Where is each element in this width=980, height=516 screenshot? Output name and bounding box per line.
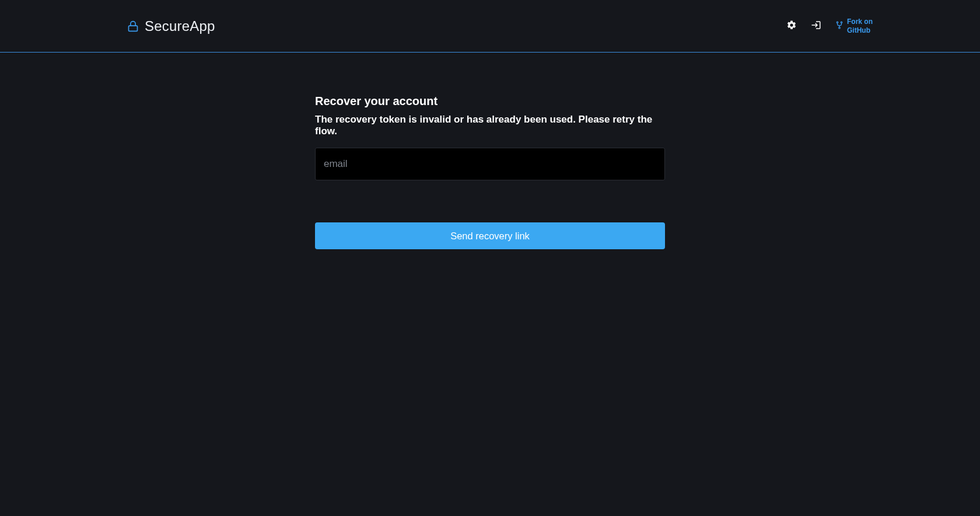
gear-icon <box>786 20 797 33</box>
email-field-wrap <box>315 148 665 180</box>
brand-name: SecureApp <box>145 18 215 34</box>
send-recovery-button[interactable]: Send recovery link <box>315 222 665 249</box>
fork-github-link[interactable]: Fork on GitHub <box>835 18 881 34</box>
nav-right: Fork on GitHub <box>786 18 881 34</box>
topbar: SecureApp Fork on GitHub <box>0 0 980 53</box>
main-content: Recover your account The recovery token … <box>0 53 980 249</box>
sign-in-button[interactable] <box>811 20 821 33</box>
page-title: Recover your account <box>315 95 665 108</box>
email-field[interactable] <box>324 158 656 170</box>
settings-button[interactable] <box>786 20 797 33</box>
sign-in-icon <box>811 20 821 33</box>
svg-rect-0 <box>129 26 138 31</box>
error-message: The recovery token is invalid or has alr… <box>315 114 665 137</box>
recovery-card: Recover your account The recovery token … <box>315 95 665 249</box>
fork-github-label: Fork on GitHub <box>847 18 881 34</box>
brand-link[interactable]: SecureApp <box>127 18 215 34</box>
lock-icon <box>127 20 139 33</box>
fork-icon <box>835 20 844 32</box>
